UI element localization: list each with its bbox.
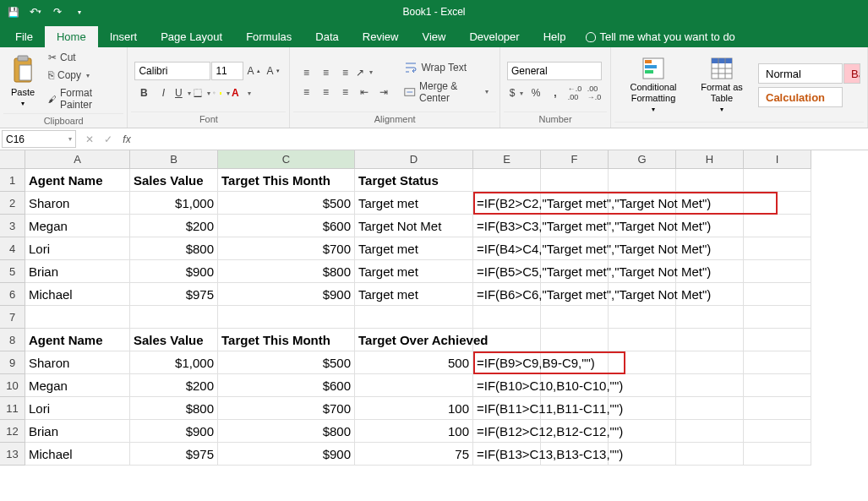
number-format-combo[interactable] bbox=[507, 62, 602, 80]
cell-A2[interactable]: Sharon bbox=[25, 192, 130, 215]
tab-data[interactable]: Data bbox=[303, 26, 350, 47]
cut-button[interactable]: Cut bbox=[44, 49, 123, 66]
cell-A6[interactable]: Michael bbox=[25, 283, 130, 306]
italic-button[interactable]: I bbox=[154, 84, 172, 102]
cell-E9[interactable]: =IF(B9>C9,B9-C9,"") bbox=[473, 351, 541, 374]
cell-I7[interactable] bbox=[744, 306, 811, 329]
column-header-E[interactable]: E bbox=[473, 150, 541, 169]
orientation-button[interactable]: ↗ bbox=[355, 63, 374, 82]
cell-H10[interactable] bbox=[676, 374, 744, 397]
cell-D4[interactable]: Target met bbox=[355, 237, 473, 260]
format-painter-button[interactable]: Format Painter bbox=[44, 84, 123, 113]
row-header-5[interactable]: 5 bbox=[0, 260, 25, 283]
cell-B2[interactable]: $1,000 bbox=[130, 192, 218, 215]
cell-B4[interactable]: $800 bbox=[130, 237, 218, 260]
cell-D13[interactable]: 75 bbox=[355, 443, 473, 466]
cell-E5[interactable]: =IF(B5>C5,"Target met","Target Not Met") bbox=[473, 260, 541, 283]
cell-E7[interactable] bbox=[473, 306, 541, 329]
tab-home[interactable]: Home bbox=[45, 26, 98, 47]
cell-A7[interactable] bbox=[25, 306, 130, 329]
copy-button[interactable]: Copy bbox=[44, 67, 123, 84]
column-header-A[interactable]: A bbox=[25, 150, 130, 169]
tab-help[interactable]: Help bbox=[532, 26, 578, 47]
cell-style-normal[interactable]: Normal bbox=[758, 63, 843, 84]
cell-B7[interactable] bbox=[130, 306, 218, 329]
tab-review[interactable]: Review bbox=[351, 26, 411, 47]
cell-I10[interactable] bbox=[744, 374, 811, 397]
cell-D6[interactable]: Target met bbox=[355, 283, 473, 306]
cell-H9[interactable] bbox=[676, 351, 744, 374]
cell-B1[interactable]: Sales Value bbox=[130, 169, 218, 192]
row-header-6[interactable]: 6 bbox=[0, 283, 25, 306]
tab-developer[interactable]: Developer bbox=[457, 26, 531, 47]
row-header-13[interactable]: 13 bbox=[0, 443, 25, 466]
tab-formulas[interactable]: Formulas bbox=[234, 26, 303, 47]
row-header-1[interactable]: 1 bbox=[0, 169, 25, 192]
insert-function-button[interactable]: fx bbox=[118, 131, 135, 148]
cell-G7[interactable] bbox=[609, 306, 676, 329]
font-color-button[interactable]: A bbox=[232, 84, 250, 102]
tab-view[interactable]: View bbox=[410, 26, 457, 47]
cell-C11[interactable]: $700 bbox=[218, 397, 355, 420]
borders-button[interactable] bbox=[193, 84, 211, 102]
increase-decimal-button[interactable]: ←.0.00 bbox=[565, 84, 584, 102]
cell-E2[interactable]: =IF(B2>C2,"Target met","Target Not Met") bbox=[473, 192, 541, 215]
cell-C12[interactable]: $800 bbox=[218, 420, 355, 443]
cell-I12[interactable] bbox=[744, 420, 811, 443]
column-header-I[interactable]: I bbox=[744, 150, 811, 169]
cell-H8[interactable] bbox=[676, 329, 744, 351]
tab-insert[interactable]: Insert bbox=[98, 26, 150, 47]
cell-F1[interactable] bbox=[541, 169, 609, 192]
accounting-format-button[interactable]: $ bbox=[507, 84, 526, 102]
align-right-button[interactable]: ≡ bbox=[336, 83, 354, 101]
cell-A11[interactable]: Lori bbox=[25, 397, 130, 420]
cell-I6[interactable] bbox=[744, 283, 811, 306]
format-as-table-button[interactable]: Format as Table▾ bbox=[691, 52, 753, 118]
align-left-button[interactable]: ≡ bbox=[297, 83, 315, 101]
cell-D9[interactable]: 500 bbox=[355, 351, 473, 374]
font-size-combo[interactable] bbox=[211, 62, 243, 80]
row-header-3[interactable]: 3 bbox=[0, 215, 25, 237]
increase-indent-button[interactable]: ⇥ bbox=[374, 83, 393, 101]
cell-C8[interactable]: Target This Month bbox=[218, 329, 355, 351]
wrap-text-button[interactable]: Wrap Text bbox=[400, 58, 493, 77]
cell-A1[interactable]: Agent Name bbox=[25, 169, 130, 192]
cell-G1[interactable] bbox=[609, 169, 676, 192]
cell-H7[interactable] bbox=[676, 306, 744, 329]
cell-B9[interactable]: $1,000 bbox=[130, 351, 218, 374]
cell-D12[interactable]: 100 bbox=[355, 420, 473, 443]
tab-file[interactable]: File bbox=[3, 26, 45, 47]
cell-A12[interactable]: Brian bbox=[25, 420, 130, 443]
grow-font-button[interactable]: A▴ bbox=[244, 62, 263, 80]
spreadsheet-grid[interactable]: ABCDEFGHI 12345678910111213 Agent NameSa… bbox=[0, 150, 868, 501]
row-header-4[interactable]: 4 bbox=[0, 237, 25, 260]
column-header-C[interactable]: C bbox=[218, 150, 355, 169]
cell-I1[interactable] bbox=[744, 169, 811, 192]
row-header-8[interactable]: 8 bbox=[0, 329, 25, 351]
select-all-corner[interactable] bbox=[0, 150, 25, 169]
cell-I3[interactable] bbox=[744, 215, 811, 237]
cell-C3[interactable]: $600 bbox=[218, 215, 355, 237]
shrink-font-button[interactable]: A▾ bbox=[264, 62, 282, 80]
cell-D2[interactable]: Target met bbox=[355, 192, 473, 215]
cell-E11[interactable]: =IF(B11>C11,B11-C11,"") bbox=[473, 397, 541, 420]
cell-D1[interactable]: Target Status bbox=[355, 169, 473, 192]
row-header-7[interactable]: 7 bbox=[0, 306, 25, 329]
paste-button[interactable]: Paste ▾ bbox=[3, 49, 42, 113]
cell-B10[interactable]: $200 bbox=[130, 374, 218, 397]
cell-A8[interactable]: Agent Name bbox=[25, 329, 130, 351]
cancel-entry-button[interactable]: ✕ bbox=[81, 131, 98, 148]
cell-C13[interactable]: $900 bbox=[218, 443, 355, 466]
cell-I5[interactable] bbox=[744, 260, 811, 283]
qat-customize[interactable]: ▾ bbox=[69, 2, 90, 22]
undo-button[interactable]: ▾ bbox=[25, 2, 46, 22]
cell-B3[interactable]: $200 bbox=[130, 215, 218, 237]
align-bottom-button[interactable]: ≡ bbox=[336, 63, 354, 82]
cell-I4[interactable] bbox=[744, 237, 811, 260]
cell-A3[interactable]: Megan bbox=[25, 215, 130, 237]
cell-B5[interactable]: $900 bbox=[130, 260, 218, 283]
cell-A13[interactable]: Michael bbox=[25, 443, 130, 466]
cell-I11[interactable] bbox=[744, 397, 811, 420]
cell-I9[interactable] bbox=[744, 351, 811, 374]
cell-B8[interactable]: Sales Value bbox=[130, 329, 218, 351]
